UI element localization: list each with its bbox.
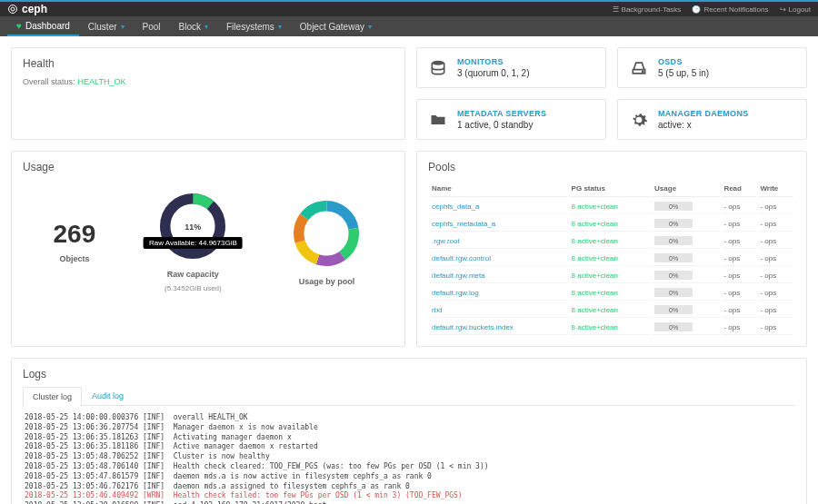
health-card: Health Overall status: HEALTH_OK bbox=[11, 47, 405, 140]
bg-tasks-label: Background-Tasks bbox=[622, 5, 682, 14]
usage-title: Usage bbox=[23, 161, 394, 173]
th-usage[interactable]: Usage bbox=[653, 181, 720, 197]
pool-read: - ops bbox=[722, 285, 756, 301]
raw-capacity-donut: 11% Raw Available: 44.9673GiB bbox=[156, 190, 229, 264]
nav-filesystems[interactable]: Filesystems ▾ bbox=[217, 16, 291, 36]
objects-count: 269 bbox=[54, 220, 96, 249]
raw-sub: (5.3452GiB used) bbox=[165, 284, 222, 292]
table-row[interactable]: cephfs_data_a8 active+clean0%- ops- ops bbox=[430, 199, 793, 214]
nav-label: Dashboard bbox=[25, 21, 70, 31]
log-output: 2018-05-25 14:00:00.000376 [INF] overall… bbox=[23, 406, 795, 504]
table-row[interactable]: default.rgw.log8 active+clean0%- ops- op… bbox=[430, 285, 793, 301]
pools-table: Name PG status Usage Read Write cephfs_d… bbox=[428, 179, 795, 337]
pool-write: - ops bbox=[758, 320, 793, 335]
svg-point-3 bbox=[643, 71, 643, 72]
chevron-down-icon: ▾ bbox=[204, 23, 208, 31]
svg-point-0 bbox=[9, 5, 17, 14]
logs-card: Logs Cluster log Audit log 2018-05-25 14… bbox=[11, 358, 807, 504]
pool-pg: 8 active+clean bbox=[570, 216, 651, 232]
status-tiles: MONITORS3 (quorum 0, 1, 2) OSDS5 (5 up, … bbox=[416, 47, 807, 140]
table-row[interactable]: default.rgw.control8 active+clean0%- ops… bbox=[430, 251, 793, 266]
nav-label: Block bbox=[179, 22, 201, 32]
tile-monitors[interactable]: MONITORS3 (quorum 0, 1, 2) bbox=[416, 47, 606, 88]
pool-usage: 0% bbox=[653, 233, 720, 249]
pool-pg: 8 active+clean bbox=[570, 302, 651, 318]
topbar: ceph ☰ Background-Tasks 🕑 Recent Notific… bbox=[0, 0, 818, 16]
pool-name: cephfs_metadata_a bbox=[430, 216, 568, 232]
nav-cluster[interactable]: Cluster ▾ bbox=[79, 16, 134, 36]
nav-label: Object Gateway bbox=[300, 22, 364, 32]
tab-audit-log[interactable]: Audit log bbox=[82, 386, 134, 405]
pool-usage: 0% bbox=[653, 251, 720, 266]
pool-label: Usage by pool bbox=[299, 277, 355, 286]
hdd-icon bbox=[629, 58, 649, 78]
notifications-label: Recent Notifications bbox=[703, 5, 768, 14]
nav-block[interactable]: Block ▾ bbox=[170, 16, 217, 36]
pool-name: rbd bbox=[430, 302, 568, 318]
pool-pg: 8 active+clean bbox=[570, 268, 651, 283]
pool-read: - ops bbox=[722, 251, 756, 266]
bg-tasks-link[interactable]: ☰ Background-Tasks bbox=[613, 5, 682, 14]
raw-label: Raw capacity bbox=[167, 270, 219, 279]
tab-cluster-log[interactable]: Cluster log bbox=[23, 387, 82, 406]
pool-name: default.rgw.control bbox=[430, 251, 568, 266]
pool-pg: 8 active+clean bbox=[570, 233, 651, 249]
pool-write: - ops bbox=[758, 216, 793, 232]
nav-dashboard[interactable]: ♥Dashboard bbox=[7, 16, 79, 36]
pool-pg: 8 active+clean bbox=[570, 251, 651, 266]
pool-read: - ops bbox=[722, 233, 756, 249]
usage-card: Usage 269 Objects 11% Raw Ava bbox=[11, 151, 405, 347]
svg-point-2 bbox=[432, 60, 444, 64]
pool-name: default.rgw.meta bbox=[430, 268, 568, 283]
pool-write: - ops bbox=[758, 302, 793, 318]
th-write[interactable]: Write bbox=[758, 181, 793, 197]
pool-read: - ops bbox=[722, 216, 756, 232]
table-row[interactable]: default.rgw.meta8 active+clean0%- ops- o… bbox=[430, 268, 793, 283]
pool-write: - ops bbox=[758, 251, 793, 266]
pool-write: - ops bbox=[758, 199, 793, 214]
tile-osds-label: OSDS bbox=[658, 57, 709, 66]
pool-name: default.rgw.buckets.index bbox=[430, 320, 568, 335]
nav-label: Pool bbox=[143, 22, 161, 32]
pool-read: - ops bbox=[722, 268, 756, 283]
table-row[interactable]: default.rgw.buckets.index8 active+clean0… bbox=[430, 320, 793, 335]
pool-usage: 0% bbox=[653, 302, 720, 318]
database-icon bbox=[428, 58, 448, 78]
pool-pg: 8 active+clean bbox=[570, 285, 651, 301]
logs-title: Logs bbox=[23, 368, 795, 380]
folder-icon bbox=[428, 110, 448, 130]
chevron-down-icon: ▾ bbox=[121, 23, 125, 31]
tile-mgr[interactable]: MANAGER DAEMONSactive: x bbox=[617, 99, 807, 140]
tile-osds[interactable]: OSDS5 (5 up, 5 in) bbox=[617, 47, 807, 88]
brand-icon bbox=[7, 4, 18, 15]
notifications-link[interactable]: 🕑 Recent Notifications bbox=[692, 5, 768, 14]
th-name[interactable]: Name bbox=[430, 181, 568, 197]
chevron-down-icon: ▾ bbox=[278, 23, 282, 31]
table-row[interactable]: .rgw.root8 active+clean0%- ops- ops bbox=[430, 233, 793, 249]
nav-pool[interactable]: Pool bbox=[134, 16, 170, 36]
objects-label: Objects bbox=[59, 254, 89, 263]
chevron-down-icon: ▾ bbox=[368, 23, 372, 31]
nav-label: Filesystems bbox=[226, 22, 274, 32]
gear-icon bbox=[629, 110, 649, 130]
health-title: Health bbox=[23, 57, 394, 70]
raw-pct: 11% bbox=[185, 222, 201, 232]
pool-usage: 0% bbox=[653, 216, 720, 232]
logout-link[interactable]: ↪ Logout bbox=[780, 5, 811, 14]
table-row[interactable]: cephfs_metadata_a8 active+clean0%- ops- … bbox=[430, 216, 793, 232]
pool-read: - ops bbox=[722, 320, 756, 335]
th-pg[interactable]: PG status bbox=[570, 181, 651, 197]
tile-mgr-label: MANAGER DAEMONS bbox=[658, 109, 749, 118]
nav-object-gateway[interactable]: Object Gateway ▾ bbox=[291, 16, 381, 36]
navbar: ♥DashboardCluster ▾PoolBlock ▾Filesystem… bbox=[0, 16, 818, 36]
table-row[interactable]: rbd8 active+clean0%- ops- ops bbox=[430, 302, 793, 318]
tile-mds[interactable]: METADATA SERVERS1 active, 0 standby bbox=[416, 99, 606, 140]
brand[interactable]: ceph bbox=[7, 3, 47, 15]
th-read[interactable]: Read bbox=[722, 181, 756, 197]
pool-read: - ops bbox=[722, 302, 756, 318]
pools-card: Pools Name PG status Usage Read Write ce… bbox=[416, 151, 807, 347]
nav-label: Cluster bbox=[88, 22, 117, 32]
brand-text: ceph bbox=[22, 3, 47, 15]
pool-name: default.rgw.log bbox=[430, 285, 568, 301]
tile-mds-value: 1 active, 0 standby bbox=[457, 120, 546, 130]
